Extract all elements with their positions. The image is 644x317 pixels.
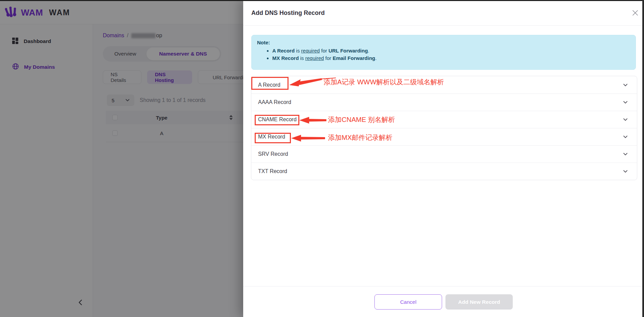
chevron-down-icon [623, 117, 628, 122]
footer-divider [243, 286, 644, 287]
annotation-arrow-mx-record [291, 134, 326, 142]
accordion-row-aaaa-record[interactable]: AAAA Record [251, 93, 637, 111]
note-list: A Record is required for URL Forwarding.… [257, 48, 630, 61]
add-new-record-button[interactable]: Add New Record [445, 294, 513, 310]
accordion-row-txt-record[interactable]: TXT Record [251, 163, 637, 180]
window-top-edge [0, 0, 644, 1]
annotation-text-a-record: 添加A记录 WWW解析以及二级域名解析 [324, 78, 444, 87]
modal-footer: Cancel Add New Record [243, 294, 644, 310]
chevron-down-icon [623, 134, 628, 140]
note-callout: Note: A Record is required for URL Forwa… [251, 35, 636, 70]
window-right-edge [642, 0, 644, 317]
chevron-down-icon [623, 151, 628, 157]
record-type-accordion: A Record AAAA Record CNAME Record MX Rec… [251, 76, 637, 180]
annotation-text-cname-record: 添加CNAME 别名解析 [328, 115, 395, 124]
note-item: A Record is required for URL Forwarding. [272, 48, 630, 54]
chevron-down-icon [623, 82, 628, 88]
close-button[interactable] [631, 9, 639, 17]
accordion-row-srv-record[interactable]: SRV Record [251, 145, 637, 163]
annotation-text-mx-record: 添加MX邮件记录解析 [328, 133, 392, 142]
modal-header: Add DNS Hosting Record [243, 0, 644, 26]
cancel-button[interactable]: Cancel [374, 294, 442, 310]
modal-title: Add DNS Hosting Record [251, 0, 325, 26]
chevron-down-icon [623, 169, 628, 174]
note-heading: Note: [257, 40, 630, 45]
chevron-down-icon [623, 100, 628, 105]
close-icon [632, 10, 638, 16]
annotation-highlight-a-record [251, 77, 289, 90]
annotation-arrow-cname-record [299, 116, 327, 124]
annotation-highlight-cname-record [255, 115, 299, 125]
add-dns-record-modal: Add DNS Hosting Record Note: A Record is… [243, 0, 644, 317]
annotation-highlight-mx-record [255, 133, 291, 143]
note-item: MX Record is required for Email Forwardi… [272, 55, 630, 61]
